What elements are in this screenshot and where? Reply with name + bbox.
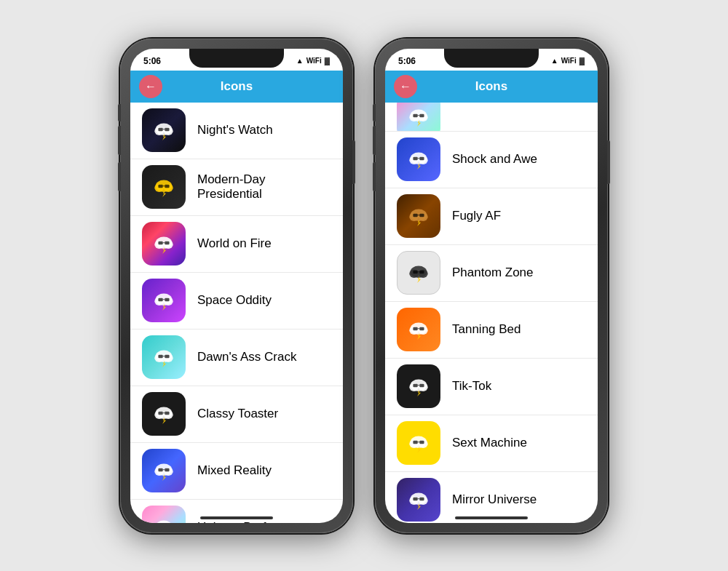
svg-rect-87: [413, 327, 417, 330]
item-label-fugly-af: Fugly AF: [452, 209, 501, 223]
svg-rect-94: [413, 384, 417, 387]
app-icon-fugly-af: [397, 194, 440, 238]
wifi-icon: WiFi: [306, 57, 322, 65]
mute-button-2[interactable]: [373, 104, 376, 121]
back-button-2[interactable]: ←: [394, 75, 417, 98]
app-icon-world-fire: [142, 222, 186, 265]
svg-rect-59: [413, 114, 417, 117]
item-label-modern-day: Modern-Day Presidential: [197, 172, 331, 201]
phone-1: 5:06 ▲ WiFi ▓ ← Icons: [120, 39, 353, 533]
app-icon-dawns-crack: [142, 335, 186, 379]
home-indicator-1: [200, 516, 273, 519]
phone-2: 5:06 ▲ WiFi ▓ ← Icons: [375, 39, 608, 533]
power-button[interactable]: [352, 140, 355, 184]
power-button-2[interactable]: [607, 140, 610, 184]
wifi-icon-2: WiFi: [561, 57, 577, 65]
item-label-dawns-crack: Dawn's Ass Crack: [197, 350, 296, 364]
svg-rect-46: [165, 468, 169, 471]
item-label-unicorn-barf: Unicorn Barf: [197, 520, 266, 523]
back-button-1[interactable]: ←: [139, 75, 162, 98]
app-icon-sext-machine: [397, 421, 440, 465]
svg-rect-80: [413, 271, 417, 273]
svg-rect-38: [158, 412, 162, 415]
list-item-dawns-crack[interactable]: Dawn's Ass Crack: [130, 330, 343, 386]
app-icon-mixed-reality: [142, 449, 186, 492]
item-label-shock-awe: Shock and Awe: [452, 152, 537, 167]
list-item-nights-watch[interactable]: Night's Watch: [130, 103, 343, 159]
vol-down-button-2[interactable]: [373, 162, 376, 191]
item-label-world-fire: World on Fire: [197, 236, 272, 251]
list-item-modern-day[interactable]: Modern-Day Presidential: [130, 159, 343, 216]
svg-rect-88: [419, 327, 424, 330]
svg-rect-109: [419, 498, 424, 500]
list-item-mirror-universe[interactable]: Mirror Universe: [385, 472, 598, 523]
item-label-mirror-universe: Mirror Universe: [452, 492, 537, 507]
app-icon-nights-watch: [142, 108, 186, 152]
nav-title-1: Icons: [162, 79, 311, 94]
vol-down-button[interactable]: [118, 162, 121, 191]
screen-2: 5:06 ▲ WiFi ▓ ← Icons: [385, 49, 598, 523]
item-label-tanning-bed: Tanning Bed: [452, 322, 521, 337]
svg-rect-66: [413, 157, 417, 160]
svg-rect-67: [419, 157, 424, 160]
svg-rect-95: [419, 384, 424, 387]
item-label-sext-machine: Sext Machine: [452, 436, 527, 450]
vol-up-button[interactable]: [118, 126, 121, 155]
svg-point-49: [156, 521, 173, 523]
status-icons-1: ▲ WiFi ▓: [296, 57, 330, 65]
svg-rect-31: [158, 355, 162, 358]
list-item-classy-toaster[interactable]: Classy Toaster: [130, 386, 343, 443]
notch-1: [189, 49, 284, 68]
list-item-unicorn-barf[interactable]: Unicorn Barf: [130, 500, 343, 523]
partial-list-item[interactable]: [385, 103, 598, 132]
nav-bar-2: ← Icons: [385, 71, 598, 103]
svg-rect-81: [419, 271, 424, 273]
svg-rect-45: [158, 468, 162, 471]
item-label-mixed-reality: Mixed Reality: [197, 463, 272, 478]
list-item-shock-awe[interactable]: Shock and Awe: [385, 132, 598, 188]
list-item-world-fire[interactable]: World on Fire: [130, 216, 343, 273]
svg-rect-73: [413, 214, 417, 217]
partial-app-icon: [397, 103, 440, 132]
status-icons-2: ▲ WiFi ▓: [551, 57, 585, 65]
svg-rect-102: [419, 441, 424, 444]
svg-rect-60: [419, 114, 424, 117]
app-icon-space-oddity: [142, 279, 186, 322]
time-1: 5:06: [143, 56, 161, 66]
list-item-sext-machine[interactable]: Sext Machine: [385, 415, 598, 472]
app-icon-unicorn-barf: [142, 506, 186, 523]
svg-rect-24: [158, 298, 162, 301]
location-icon: ▲: [296, 57, 304, 65]
list-item-fugly-af[interactable]: Fugly AF: [385, 188, 598, 245]
time-2: 5:06: [398, 56, 416, 66]
svg-rect-18: [165, 241, 169, 244]
home-indicator-2: [455, 516, 528, 519]
svg-rect-101: [413, 441, 417, 444]
item-label-nights-watch: Night's Watch: [197, 123, 273, 137]
vol-up-button-2[interactable]: [373, 126, 376, 155]
list-item-space-oddity[interactable]: Space Oddity: [130, 273, 343, 330]
list-item-phantom-zone[interactable]: Phantom Zone: [385, 245, 598, 302]
battery-icon: ▓: [325, 57, 330, 65]
icon-list-1: Night's Watch Modern-Day Presidential: [130, 103, 343, 523]
svg-rect-74: [419, 214, 424, 217]
mute-button[interactable]: [118, 104, 121, 121]
list-item-mixed-reality[interactable]: Mixed Reality: [130, 443, 343, 500]
screen-1: 5:06 ▲ WiFi ▓ ← Icons: [130, 49, 343, 523]
item-label-classy-toaster: Classy Toaster: [197, 407, 278, 421]
svg-rect-39: [165, 412, 169, 415]
svg-rect-4: [165, 128, 169, 131]
app-icon-mirror-universe: [397, 478, 440, 522]
svg-rect-108: [413, 498, 417, 500]
list-item-tik-tok[interactable]: Tik-Tok: [385, 359, 598, 415]
nav-bar-1: ← Icons: [130, 71, 343, 103]
item-label-phantom-zone: Phantom Zone: [452, 265, 534, 280]
svg-rect-3: [158, 128, 162, 131]
list-item-tanning-bed[interactable]: Tanning Bed: [385, 302, 598, 359]
app-icon-phantom-zone: [397, 251, 440, 295]
app-icon-shock-awe: [397, 137, 440, 181]
svg-rect-25: [165, 298, 169, 301]
item-label-tik-tok: Tik-Tok: [452, 379, 491, 394]
svg-rect-10: [158, 185, 162, 188]
app-icon-classy-toaster: [142, 392, 186, 436]
